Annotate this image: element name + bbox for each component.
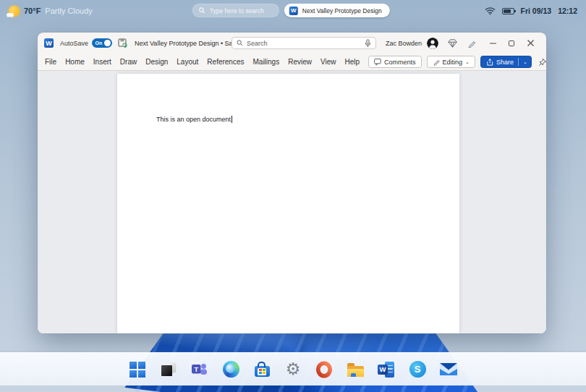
tab-home[interactable]: Home (65, 58, 85, 66)
gear-icon: ⚙ (286, 361, 301, 378)
autosave-label: AutoSave (60, 40, 88, 47)
tab-layout[interactable]: Layout (177, 58, 198, 66)
tab-file[interactable]: File (45, 58, 56, 66)
tab-references[interactable]: References (207, 58, 244, 66)
taskbar-item-edge[interactable] (221, 360, 240, 379)
user-avatar[interactable] (427, 38, 438, 49)
weather-condition: Partly Cloudy (45, 7, 92, 15)
save-icon[interactable] (118, 38, 127, 48)
titlebar-right: Zac Bowden (386, 33, 540, 54)
file-explorer-icon (347, 363, 364, 377)
document-text: This is an open document (156, 116, 231, 123)
share-divider (518, 58, 519, 66)
temperature: 70°F (24, 7, 41, 15)
draw-pen-icon[interactable] (467, 38, 476, 48)
word-icon: W (378, 362, 395, 378)
tab-help[interactable]: Help (344, 58, 360, 66)
chevron-down-icon: ⌄ (465, 59, 470, 64)
office-icon (315, 361, 333, 378)
taskbar-item-file-explorer[interactable] (346, 360, 365, 379)
skype-icon: S (409, 361, 426, 378)
edge-icon (223, 361, 239, 378)
tab-design[interactable]: Design (145, 58, 168, 66)
running-app-title: Next Valley Prototype Design (302, 7, 382, 14)
minimize-button[interactable] (483, 33, 502, 54)
chevron-down-icon: ⌄ (523, 59, 527, 64)
desktop-search[interactable] (192, 4, 279, 17)
top-status-bar: 70°F Partly Cloudy W Next Valley Prototy… (0, 0, 586, 22)
document-canvas: This is an open document (38, 71, 546, 333)
clock-time[interactable]: 12:12 (558, 7, 577, 15)
desktop: 70°F Partly Cloudy W Next Valley Prototy… (0, 0, 586, 392)
word-window: W AutoSave On Next Valley Prototype Desi… (38, 33, 546, 333)
start-button[interactable] (128, 360, 147, 379)
word-titlebar: W AutoSave On Next Valley Prototype Desi… (38, 33, 546, 54)
maximize-button[interactable] (502, 33, 521, 54)
tab-mailings[interactable]: Mailings (252, 58, 279, 66)
autosave-state: On (95, 41, 103, 46)
taskbar-item-store[interactable] (252, 360, 271, 379)
wifi-icon[interactable] (485, 7, 496, 15)
editing-label: Editing (443, 59, 463, 66)
pin-ribbon-icon[interactable] (538, 58, 546, 67)
taskbar-item-teams[interactable]: T (190, 360, 209, 379)
word-search-box[interactable] (232, 37, 376, 49)
autosave-toggle[interactable]: On (92, 38, 112, 48)
comment-bubble-icon (374, 59, 381, 66)
user-name: Zac Bowden (386, 40, 422, 47)
tab-draw[interactable]: Draw (120, 58, 137, 66)
taskbar-item-word[interactable]: W (377, 360, 396, 379)
document-page[interactable]: This is an open document (117, 74, 459, 333)
taskbar-item-office[interactable] (315, 360, 334, 379)
share-label: Share (496, 59, 514, 66)
designer-gem-icon[interactable] (448, 39, 457, 48)
running-app-pill[interactable]: W Next Valley Prototype Design (284, 4, 390, 17)
document-text-line: This is an open document (117, 74, 459, 123)
taskbar: T ⚙ (0, 352, 586, 385)
teams-icon: T (190, 360, 209, 379)
close-button[interactable] (521, 33, 540, 54)
search-icon (199, 7, 205, 14)
mail-icon (440, 363, 457, 375)
word-search-input[interactable] (247, 40, 361, 47)
word-app-icon: W (44, 38, 54, 48)
comments-label: Comments (384, 59, 416, 66)
topbar-center: W Next Valley Prototype Design (192, 4, 390, 17)
battery-icon[interactable] (502, 8, 514, 14)
task-view-button[interactable] (159, 360, 178, 379)
share-icon (486, 59, 493, 66)
tab-insert[interactable]: Insert (93, 58, 111, 66)
comments-button[interactable]: Comments (368, 56, 422, 68)
desktop-search-input[interactable] (210, 7, 273, 14)
toggle-knob (104, 40, 111, 46)
ribbon-tabs: File Home Insert Draw Design Layout Refe… (38, 54, 546, 71)
store-icon (255, 366, 270, 377)
taskbar-item-settings[interactable]: ⚙ (284, 360, 302, 379)
tab-review[interactable]: Review (288, 58, 312, 66)
share-button[interactable]: Share ⌄ (480, 56, 532, 68)
word-app-icon: W (289, 7, 298, 15)
weather-widget[interactable]: 70°F Partly Cloudy (9, 6, 93, 17)
taskbar-item-skype[interactable]: S (408, 360, 427, 379)
pencil-icon (433, 59, 440, 66)
svg-text:T: T (194, 365, 198, 372)
window-controls (483, 33, 540, 54)
tab-view[interactable]: View (320, 58, 336, 66)
editing-button[interactable]: Editing ⌄ (427, 56, 475, 68)
search-icon (237, 40, 243, 46)
clock-date[interactable]: Fri 09/13 (521, 7, 552, 15)
windows-logo-icon (129, 362, 145, 378)
text-cursor (232, 116, 232, 123)
partly-cloudy-icon (9, 6, 20, 17)
system-tray: Fri 09/13 12:12 (485, 7, 577, 15)
taskbar-item-mail[interactable] (439, 360, 458, 379)
ribbon-actions: Comments Editing ⌄ (368, 56, 546, 68)
microphone-icon[interactable] (365, 39, 371, 48)
